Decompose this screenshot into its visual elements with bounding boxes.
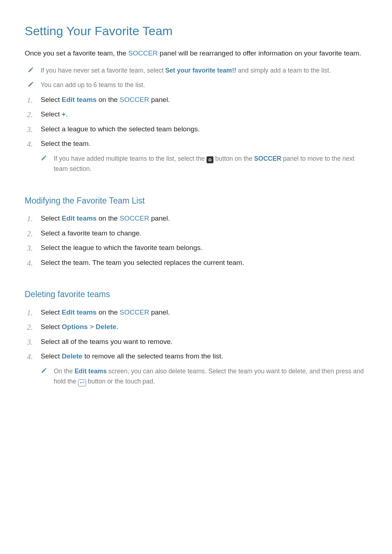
- delete-keyword: Delete: [62, 352, 82, 360]
- step-number: 1.: [27, 213, 37, 225]
- soccer-keyword: SOCCER: [254, 155, 281, 162]
- t: Select: [41, 308, 62, 316]
- note-text-1: If you have never set a favorite team, s…: [41, 67, 165, 74]
- t: Select: [41, 352, 62, 360]
- section1-steps: 1. Select Edit teams on the SOCCER panel…: [25, 93, 367, 176]
- pen-icon: [41, 367, 47, 374]
- t: to remove all the selected teams from th…: [82, 352, 223, 360]
- step-item: 2. Select Options > Delete.: [25, 320, 367, 335]
- section3-title: Deleting favorite teams: [25, 288, 367, 301]
- step-number: 3.: [27, 242, 37, 254]
- step-item: 2. Select +.: [25, 107, 367, 122]
- options-keyword: Options: [62, 323, 88, 331]
- subnote-text: On the Edit teams screen, you can also d…: [54, 368, 364, 385]
- step-subnote: On the Edit teams screen, you can also d…: [25, 364, 367, 389]
- plus-keyword: +: [62, 110, 66, 118]
- subnote-text: If you have added multiple teams to the …: [54, 155, 354, 173]
- step-text: Select the league to which the favorite …: [41, 244, 203, 251]
- t: on the: [97, 214, 119, 222]
- t: panel.: [149, 308, 170, 316]
- pen-icon: [28, 81, 34, 87]
- section3-steps: 1. Select Edit teams on the SOCCER panel…: [25, 305, 367, 389]
- step-number: 1.: [27, 307, 37, 319]
- t: panel.: [149, 96, 170, 103]
- section2-steps: 1. Select Edit teams on the SOCCER panel…: [25, 211, 367, 270]
- step-item: 3. Select the league to which the favori…: [25, 241, 367, 255]
- t: Select: [41, 110, 62, 118]
- step-number: 1.: [27, 94, 37, 106]
- step-number: 4.: [27, 138, 37, 150]
- t: on the: [97, 96, 119, 103]
- t: .: [117, 323, 118, 331]
- step-item: 3. Select a league to which the selected…: [25, 122, 367, 137]
- step-text: Select the team.: [41, 140, 90, 147]
- intro-notes-list: If you have never set a favorite team, s…: [25, 63, 367, 93]
- delete-keyword: Delete: [96, 323, 117, 331]
- t: panel.: [149, 214, 170, 222]
- document-page: Setting Your Favorite Team Once you set …: [0, 0, 392, 554]
- soccer-keyword: SOCCER: [120, 308, 149, 316]
- step-text: Select Edit teams on the SOCCER panel.: [41, 96, 170, 103]
- step-text: Select the team. The team you selected r…: [41, 259, 244, 266]
- remote-refresh-icon: ♻: [207, 156, 213, 163]
- intro-text-1: Once you set a favorite team, the: [25, 49, 128, 57]
- note-item: If you have never set a favorite team, s…: [25, 63, 367, 78]
- step-item: 3. Select all of the teams you want to r…: [25, 335, 367, 349]
- step-number: 2.: [27, 227, 37, 239]
- t: If you have added multiple teams to the …: [54, 155, 207, 162]
- intro-paragraph: Once you set a favorite team, the SOCCER…: [25, 48, 367, 59]
- t: on the: [97, 308, 119, 316]
- step-text: Select Options > Delete.: [41, 323, 118, 331]
- step-item: 4. Select the team. The team you selecte…: [25, 255, 367, 270]
- pen-icon: [41, 155, 47, 161]
- step-text: Select a favorite team to change.: [41, 229, 142, 237]
- step-text: Select Delete to remove all the selected…: [41, 352, 223, 360]
- t: Select: [41, 96, 62, 103]
- step-number: 4.: [27, 257, 37, 269]
- note-text: You can add up to 6 teams to the list.: [41, 81, 145, 89]
- note-item: You can add up to 6 teams to the list.: [25, 78, 367, 93]
- t: Select: [41, 323, 62, 331]
- t: .: [66, 110, 68, 118]
- step-text: Select a league to which the selected te…: [41, 125, 200, 133]
- note-text-2: and simply add a team to the list.: [236, 67, 331, 74]
- t: button on the: [213, 155, 254, 162]
- step-number: 4.: [27, 350, 37, 362]
- t: button or the touch pad.: [86, 378, 155, 385]
- soccer-keyword: SOCCER: [120, 214, 149, 222]
- step-item: 1. Select Edit teams on the SOCCER panel…: [25, 211, 367, 226]
- pen-icon: [28, 66, 34, 73]
- step-subnote: If you have added multiple teams to the …: [25, 151, 367, 176]
- breadcrumb-separator: >: [88, 323, 96, 331]
- step-number: 2.: [27, 321, 37, 333]
- intro-text-2: panel will be rearranged to offer inform…: [158, 49, 361, 57]
- step-text: Select Edit teams on the SOCCER panel.: [41, 308, 170, 316]
- soccer-keyword: SOCCER: [120, 96, 149, 103]
- set-favorite-team-keyword: Set your favorite team!!: [165, 67, 236, 74]
- edit-teams-keyword: Edit teams: [62, 96, 97, 103]
- edit-teams-keyword: Edit teams: [62, 214, 97, 222]
- step-text: Select all of the teams you want to remo…: [41, 338, 172, 345]
- t: Select: [41, 214, 62, 222]
- soccer-keyword: SOCCER: [128, 49, 158, 57]
- t: On the: [54, 368, 74, 375]
- section2-title: Modifying the Favorite Team List: [25, 194, 367, 207]
- step-item: 2. Select a favorite team to change.: [25, 226, 367, 241]
- step-number: 3.: [27, 123, 37, 135]
- step-text: Select +.: [41, 110, 68, 118]
- enter-button-icon: ⮠: [78, 379, 86, 386]
- step-item: 1. Select Edit teams on the SOCCER panel…: [25, 305, 367, 320]
- step-item: 4. Select the team.: [25, 136, 367, 151]
- edit-teams-keyword: Edit teams: [74, 368, 107, 375]
- step-number: 2.: [27, 108, 37, 120]
- step-item: 1. Select Edit teams on the SOCCER panel…: [25, 93, 367, 107]
- step-number: 3.: [27, 336, 37, 348]
- note-text: If you have never set a favorite team, s…: [41, 67, 331, 74]
- step-item: 4. Select Delete to remove all the selec…: [25, 349, 367, 364]
- edit-teams-keyword: Edit teams: [62, 308, 97, 316]
- step-text: Select Edit teams on the SOCCER panel.: [41, 214, 170, 222]
- page-title: Setting Your Favorite Team: [25, 22, 367, 40]
